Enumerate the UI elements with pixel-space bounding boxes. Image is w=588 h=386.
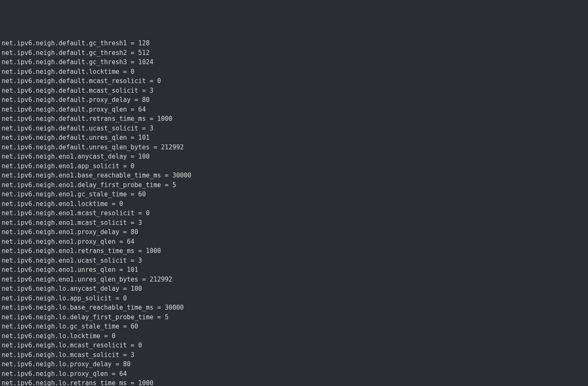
- sysctl-line: net.ipv6.neigh.default.gc_thresh3 = 1024: [2, 57, 586, 67]
- sysctl-line: net.ipv6.neigh.eno1.unres_qlen = 101: [2, 265, 586, 275]
- sysctl-line: net.ipv6.neigh.default.unres_qlen = 101: [2, 133, 586, 143]
- sysctl-line: net.ipv6.neigh.lo.base_reachable_time_ms…: [2, 303, 586, 313]
- sysctl-line: net.ipv6.neigh.eno1.proxy_qlen = 64: [2, 237, 586, 247]
- sysctl-line: net.ipv6.neigh.default.gc_thresh1 = 128: [2, 39, 586, 48]
- sysctl-line: net.ipv6.neigh.eno1.mcast_resolicit = 0: [2, 209, 586, 218]
- sysctl-line: net.ipv6.neigh.default.mcast_solicit = 3: [2, 86, 586, 96]
- sysctl-line: net.ipv6.neigh.lo.anycast_delay = 100: [2, 284, 586, 294]
- sysctl-line: net.ipv6.neigh.eno1.base_reachable_time_…: [2, 171, 586, 180]
- sysctl-line: net.ipv6.neigh.eno1.retrans_time_ms = 10…: [2, 246, 586, 256]
- sysctl-line: net.ipv6.neigh.lo.locktime = 0: [2, 331, 586, 341]
- sysctl-line: net.ipv6.neigh.eno1.proxy_delay = 80: [2, 227, 586, 237]
- sysctl-line: net.ipv6.neigh.default.ucast_solicit = 3: [2, 124, 586, 133]
- sysctl-line: net.ipv6.neigh.eno1.mcast_solicit = 3: [2, 218, 586, 228]
- sysctl-line: net.ipv6.neigh.default.unres_qlen_bytes …: [2, 143, 586, 152]
- sysctl-line: net.ipv6.neigh.default.proxy_qlen = 64: [2, 105, 586, 115]
- sysctl-line: net.ipv6.neigh.eno1.gc_stale_time = 60: [2, 190, 586, 199]
- sysctl-line: net.ipv6.neigh.default.proxy_delay = 80: [2, 95, 586, 105]
- sysctl-line: net.ipv6.neigh.eno1.ucast_solicit = 3: [2, 256, 586, 266]
- sysctl-line: net.ipv6.neigh.lo.app_solicit = 0: [2, 294, 586, 303]
- sysctl-line: net.ipv6.neigh.default.locktime = 0: [2, 67, 586, 77]
- sysctl-line: net.ipv6.neigh.eno1.unres_qlen_bytes = 2…: [2, 275, 586, 284]
- sysctl-line: net.ipv6.neigh.lo.retrans_time_ms = 1000: [2, 378, 586, 386]
- sysctl-line: net.ipv6.neigh.lo.mcast_resolicit = 0: [2, 341, 586, 350]
- sysctl-line: net.ipv6.neigh.eno1.anycast_delay = 100: [2, 152, 586, 162]
- sysctl-line: net.ipv6.neigh.lo.proxy_delay = 80: [2, 360, 586, 369]
- sysctl-line: net.ipv6.neigh.default.gc_thresh2 = 512: [2, 48, 586, 58]
- sysctl-line: net.ipv6.neigh.eno1.locktime = 0: [2, 199, 586, 209]
- sysctl-line: net.ipv6.neigh.default.mcast_resolicit =…: [2, 76, 586, 86]
- terminal-output[interactable]: net.ipv6.neigh.default.gc_thresh1 = 128n…: [2, 39, 586, 386]
- sysctl-line: net.ipv6.neigh.eno1.app_solicit = 0: [2, 162, 586, 171]
- sysctl-line: net.ipv6.neigh.lo.delay_first_probe_time…: [2, 313, 586, 322]
- sysctl-line: net.ipv6.neigh.lo.mcast_solicit = 3: [2, 350, 586, 360]
- sysctl-line: net.ipv6.neigh.lo.proxy_qlen = 64: [2, 369, 586, 379]
- sysctl-line: net.ipv6.neigh.eno1.delay_first_probe_ti…: [2, 180, 586, 190]
- sysctl-line: net.ipv6.neigh.lo.gc_stale_time = 60: [2, 322, 586, 331]
- sysctl-line: net.ipv6.neigh.default.retrans_time_ms =…: [2, 114, 586, 124]
